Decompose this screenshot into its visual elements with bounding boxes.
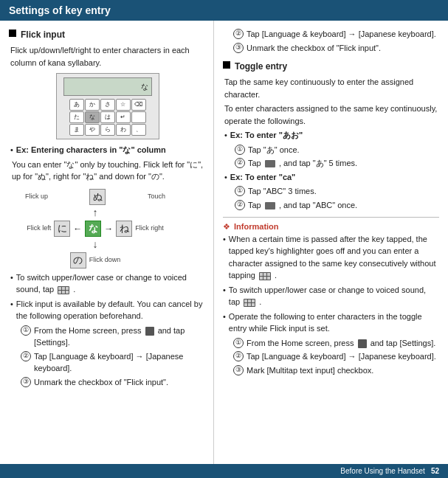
info-b2-text2: . xyxy=(259,297,261,306)
tap-icon-info2 xyxy=(244,299,255,307)
home-icon xyxy=(145,327,154,336)
flick-input-title: Flick input xyxy=(21,28,65,41)
ex-ao-step2-text: Tap xyxy=(248,159,261,167)
info-b2-text: To switch upper/lower case or change to … xyxy=(229,285,426,307)
step1-text: From the Home screen, press xyxy=(34,326,142,335)
ex-na-desc: You can enter "な" only by touching. Flic… xyxy=(12,159,204,183)
info-bullet-2: • To switch upper/lower case or change t… xyxy=(223,284,439,308)
ex-na-label: Ex: Entering characters in "な" column xyxy=(16,145,166,154)
kb-key-6: た xyxy=(69,111,84,123)
info-step1-text: From the Home screen, press xyxy=(247,339,354,347)
kb-key-11: ま xyxy=(69,124,84,136)
main-content: Flick input Flick up/down/left/right to … xyxy=(0,21,448,464)
flick-diagram: Flick up ぬ Touch ↑ Flick left に ← な → xyxy=(10,189,204,269)
touch-label: Touch xyxy=(148,192,165,202)
info-step-3: ③ Mark [Multitap text input] checkbox. xyxy=(233,364,439,377)
kb-key-9: ↵ xyxy=(116,111,131,123)
ex-na-title: • Ex: Entering characters in "な" column xyxy=(10,144,204,156)
kb-key-12: や xyxy=(85,124,100,136)
step-1-left: ① From the Home screen, press and tap [S… xyxy=(21,325,204,349)
bullet-flick-available: • Flick input is available by default. Y… xyxy=(10,298,204,322)
step3-text: Unmark the checkbox of "Flick input". xyxy=(34,376,168,389)
ex-ca-step1-text: Tap "ABC" 3 times. xyxy=(248,185,317,198)
flick-down-char: の xyxy=(70,252,86,269)
ex-ca-step2: ② Tap , and tap "ABC" once. xyxy=(235,199,439,212)
toggle-section-marker xyxy=(223,61,230,69)
toggle-entry-section-title: Toggle entry xyxy=(223,60,439,73)
flick-up-label: Flick up xyxy=(25,192,48,202)
diamond-icon: ❖ xyxy=(223,222,230,231)
ex-ao-steps: ① Tap "あ" once. ② Tap , and tap "あ" 5 ti… xyxy=(224,144,439,170)
ex-ca-label: Ex: To enter "ca" xyxy=(230,171,439,184)
ex-ao-title: • Ex: To enter "あお" xyxy=(224,129,439,142)
flick-left-label: Flick left xyxy=(27,224,51,234)
step3-right-text: Unmark the checkbox of "Flick input". xyxy=(247,42,381,55)
step2-right-text: Tap [Language & keyboard] → [Japanese ke… xyxy=(247,28,436,41)
flick-left-char: に xyxy=(54,221,70,237)
arrow-down: ↓ xyxy=(93,237,98,252)
toggle-body1: Tap the same key continuously to enter t… xyxy=(224,76,439,100)
info-step1b-text: and tap [Settings]. xyxy=(371,339,436,347)
kb-key-2: か xyxy=(85,99,100,111)
info-b1-text2: . xyxy=(275,271,277,280)
page-title: Settings of key entry xyxy=(9,4,111,16)
arrow-left: ← xyxy=(73,222,82,235)
ex-ca-steps: ① Tap "ABC" 3 times. ② Tap , and tap "AB… xyxy=(224,185,439,211)
toggle-body2: To enter characters assigned to the same… xyxy=(224,103,439,127)
step-3-left: ③ Unmark the checkbox of "Flick input". xyxy=(21,376,204,389)
flick-right-label: Flick right xyxy=(135,224,164,234)
flick-input-body: Flick up/down/left/right to enter charac… xyxy=(9,44,204,388)
step-2-right: ② Tap [Language & keyboard] → [Japanese … xyxy=(233,28,439,41)
kb-key-3: さ xyxy=(100,99,115,111)
kb-key-5: ⌫ xyxy=(131,99,146,111)
info-step3-text: Mark [Multitap text input] checkbox. xyxy=(247,364,373,377)
ex-ca-step1: ① Tap "ABC" 3 times. xyxy=(235,185,439,198)
tap-icon-3 xyxy=(265,202,275,209)
ex-ca-step2b-text: , and tap "ABC" once. xyxy=(279,201,357,209)
ex-ao-label: Ex: To enter "あお" xyxy=(230,129,439,142)
kb-key-13: ら xyxy=(100,124,115,136)
keyboard-keys: あ か さ ☆ ⌫ た な は ↵ ま や ら わ 、 xyxy=(69,99,146,136)
section-marker xyxy=(9,30,16,37)
keyboard-image: な あ か さ ☆ ⌫ た な は ↵ ま や xyxy=(56,73,159,139)
kb-key-10 xyxy=(131,111,146,123)
step-2-left: ② Tap [Language & keyboard] → [Japanese … xyxy=(21,350,204,375)
info-bullet-1: • When a certain time is passed after th… xyxy=(223,233,439,282)
tap-icon-1 xyxy=(58,286,69,294)
kb-key-4: ☆ xyxy=(116,99,131,111)
kb-key-15: 、 xyxy=(131,124,146,136)
bullet-switch-case: • To switch upper/lower case or change t… xyxy=(10,271,204,296)
tap-icon-2 xyxy=(265,160,275,167)
ex-na-body: You can enter "な" only by touching. Flic… xyxy=(10,159,204,183)
step-3-right: ③ Unmark the checkbox of "Flick input". xyxy=(233,42,439,55)
info-bullet-3: • Operate the following to enter charact… xyxy=(223,311,439,335)
page: Settings of key entry Flick input Flick … xyxy=(0,0,448,478)
info-b3-text: Operate the following to enter character… xyxy=(229,312,422,333)
information-section: ❖ Information • When a certain time is p… xyxy=(223,217,439,376)
flick-up-char: ぬ xyxy=(89,189,106,205)
flick-available-text: Flick input is available by default. You… xyxy=(16,299,203,321)
info-title-row: ❖ Information xyxy=(223,221,439,233)
info-title: Information xyxy=(234,222,279,231)
kb-key-8: は xyxy=(100,111,115,123)
flick-center-char: な xyxy=(85,221,101,237)
flick-intro-text: Flick up/down/left/right to enter charac… xyxy=(10,44,204,69)
ex-ca-step2-text: Tap xyxy=(248,201,261,209)
bullet-switch-text: To switch upper/lower case or change to … xyxy=(16,273,187,294)
ex-ao-step1: ① Tap "あ" once. xyxy=(235,144,439,156)
info-steps: ① From the Home screen, press and tap [S… xyxy=(223,337,439,377)
ex-ca-title: • Ex: To enter "ca" xyxy=(224,171,439,184)
info-step-2: ② Tap [Language & keyboard] → [Japanese … xyxy=(233,350,439,363)
flick-right-char: ね xyxy=(116,221,132,237)
tap-icon-info1 xyxy=(259,272,271,280)
step2-text: Tap [Language & keyboard] → [Japanese ke… xyxy=(34,350,204,375)
page-footer: Before Using the Handset 52 xyxy=(0,464,448,478)
keyboard-screen: な xyxy=(63,77,152,96)
home-icon-info xyxy=(358,339,367,348)
kb-key-1: あ xyxy=(69,99,84,111)
left-column: Flick input Flick up/down/left/right to … xyxy=(0,21,214,464)
arrow-up: ↑ xyxy=(93,205,98,221)
toggle-entry-body: Tap the same key continuously to enter t… xyxy=(223,76,439,211)
kb-key-14: わ xyxy=(116,124,131,136)
footer-label: Before Using the Handset xyxy=(340,467,425,475)
